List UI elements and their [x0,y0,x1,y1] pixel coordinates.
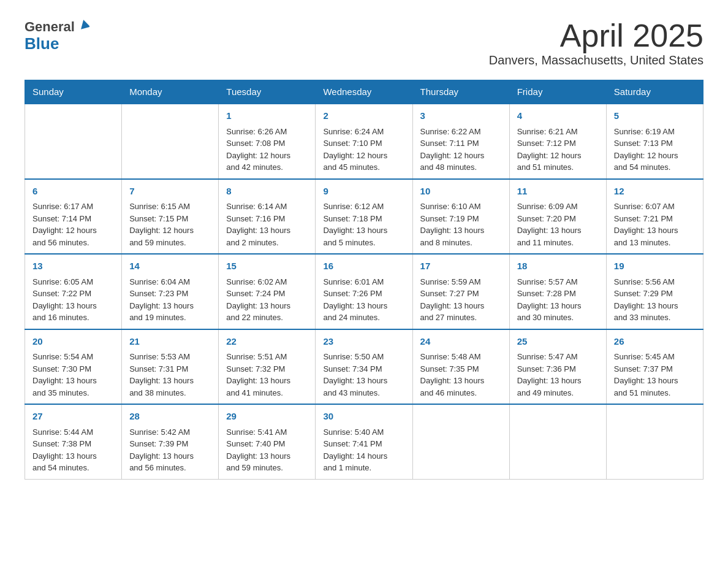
logo-general-text: General [25,20,75,34]
day-header-tuesday: Tuesday [219,80,316,104]
calendar-cell: 13Sunrise: 6:05 AM Sunset: 7:22 PM Dayli… [25,254,122,329]
day-number: 27 [32,410,114,424]
calendar-cell: 27Sunrise: 5:44 AM Sunset: 7:38 PM Dayli… [25,404,122,479]
day-info: Sunrise: 6:02 AM Sunset: 7:24 PM Dayligh… [226,276,308,324]
calendar-week-3: 13Sunrise: 6:05 AM Sunset: 7:22 PM Dayli… [25,254,703,329]
calendar-cell: 6Sunrise: 6:17 AM Sunset: 7:14 PM Daylig… [25,179,122,255]
day-number: 3 [420,109,502,123]
calendar-cell: 30Sunrise: 5:40 AM Sunset: 7:41 PM Dayli… [316,404,412,479]
calendar-cell: 24Sunrise: 5:48 AM Sunset: 7:35 PM Dayli… [412,329,509,405]
calendar-title: April 2025 [489,18,703,53]
day-number: 14 [129,259,211,274]
day-number: 11 [517,185,599,199]
day-info: Sunrise: 6:21 AM Sunset: 7:12 PM Dayligh… [517,126,599,174]
day-number: 7 [129,185,211,199]
day-info: Sunrise: 5:41 AM Sunset: 7:40 PM Dayligh… [226,426,308,474]
day-info: Sunrise: 6:05 AM Sunset: 7:22 PM Dayligh… [32,276,114,324]
day-info: Sunrise: 6:15 AM Sunset: 7:15 PM Dayligh… [129,201,211,248]
calendar-week-2: 6Sunrise: 6:17 AM Sunset: 7:14 PM Daylig… [25,179,703,255]
calendar-cell: 8Sunrise: 6:14 AM Sunset: 7:16 PM Daylig… [219,179,316,255]
day-number: 17 [420,259,502,274]
day-info: Sunrise: 6:10 AM Sunset: 7:19 PM Dayligh… [420,201,502,248]
calendar-cell: 4Sunrise: 6:21 AM Sunset: 7:12 PM Daylig… [509,104,606,179]
day-header-saturday: Saturday [606,80,703,104]
day-number: 26 [614,335,696,349]
day-info: Sunrise: 6:26 AM Sunset: 7:08 PM Dayligh… [226,126,308,174]
svg-marker-0 [78,18,89,29]
day-number: 13 [32,259,114,274]
day-header-monday: Monday [122,80,219,104]
calendar-cell: 17Sunrise: 5:59 AM Sunset: 7:27 PM Dayli… [412,254,509,329]
day-headers-row: SundayMondayTuesdayWednesdayThursdayFrid… [25,80,703,104]
day-header-friday: Friday [509,80,606,104]
day-info: Sunrise: 6:14 AM Sunset: 7:16 PM Dayligh… [226,201,308,248]
calendar-cell: 19Sunrise: 5:56 AM Sunset: 7:29 PM Dayli… [606,254,703,329]
calendar-cell [606,404,703,479]
page-header: General Blue April 2025 Danvers, Massach… [25,18,703,67]
day-info: Sunrise: 6:17 AM Sunset: 7:14 PM Dayligh… [32,201,114,248]
day-info: Sunrise: 6:24 AM Sunset: 7:10 PM Dayligh… [323,126,404,174]
logo: General Blue [25,18,89,53]
calendar-week-5: 27Sunrise: 5:44 AM Sunset: 7:38 PM Dayli… [25,404,703,479]
calendar-cell [509,404,606,479]
calendar-cell: 14Sunrise: 6:04 AM Sunset: 7:23 PM Dayli… [122,254,219,329]
day-info: Sunrise: 5:40 AM Sunset: 7:41 PM Dayligh… [323,426,404,474]
calendar-cell: 9Sunrise: 6:12 AM Sunset: 7:18 PM Daylig… [316,179,412,255]
day-info: Sunrise: 5:45 AM Sunset: 7:37 PM Dayligh… [614,351,696,399]
day-info: Sunrise: 5:59 AM Sunset: 7:27 PM Dayligh… [420,276,502,324]
day-info: Sunrise: 5:48 AM Sunset: 7:35 PM Dayligh… [420,351,502,399]
day-number: 9 [323,185,404,199]
calendar-cell: 16Sunrise: 6:01 AM Sunset: 7:26 PM Dayli… [316,254,412,329]
day-number: 15 [226,259,308,274]
day-number: 19 [614,259,696,274]
calendar-cell [25,104,122,179]
day-number: 23 [323,335,404,349]
day-number: 28 [129,410,211,424]
day-info: Sunrise: 6:04 AM Sunset: 7:23 PM Dayligh… [129,276,211,324]
calendar-cell [412,404,509,479]
day-number: 25 [517,335,599,349]
calendar-cell [122,104,219,179]
calendar-header: SundayMondayTuesdayWednesdayThursdayFrid… [25,80,703,104]
calendar-cell: 25Sunrise: 5:47 AM Sunset: 7:36 PM Dayli… [509,329,606,405]
day-number: 18 [517,259,599,274]
calendar-cell: 7Sunrise: 6:15 AM Sunset: 7:15 PM Daylig… [122,179,219,255]
day-number: 20 [32,335,114,349]
day-info: Sunrise: 6:19 AM Sunset: 7:13 PM Dayligh… [614,126,696,174]
day-header-wednesday: Wednesday [316,80,412,104]
title-block: April 2025 Danvers, Massachusetts, Unite… [489,18,703,67]
day-info: Sunrise: 5:56 AM Sunset: 7:29 PM Dayligh… [614,276,696,324]
calendar-cell: 11Sunrise: 6:09 AM Sunset: 7:20 PM Dayli… [509,179,606,255]
calendar-cell: 23Sunrise: 5:50 AM Sunset: 7:34 PM Dayli… [316,329,412,405]
calendar-subtitle: Danvers, Massachusetts, United States [489,53,703,67]
day-info: Sunrise: 5:42 AM Sunset: 7:39 PM Dayligh… [129,426,211,474]
day-number: 4 [517,109,599,123]
calendar-cell: 5Sunrise: 6:19 AM Sunset: 7:13 PM Daylig… [606,104,703,179]
calendar-cell: 22Sunrise: 5:51 AM Sunset: 7:32 PM Dayli… [219,329,316,405]
day-info: Sunrise: 5:50 AM Sunset: 7:34 PM Dayligh… [323,351,404,399]
calendar-table: SundayMondayTuesdayWednesdayThursdayFrid… [25,80,703,480]
day-number: 30 [323,410,404,424]
calendar-cell: 29Sunrise: 5:41 AM Sunset: 7:40 PM Dayli… [219,404,316,479]
day-number: 8 [226,185,308,199]
calendar-cell: 20Sunrise: 5:54 AM Sunset: 7:30 PM Dayli… [25,329,122,405]
day-number: 2 [323,109,404,123]
day-info: Sunrise: 5:44 AM Sunset: 7:38 PM Dayligh… [32,426,114,474]
calendar-body: 1Sunrise: 6:26 AM Sunset: 7:08 PM Daylig… [25,104,703,479]
day-number: 12 [614,185,696,199]
day-info: Sunrise: 5:57 AM Sunset: 7:28 PM Dayligh… [517,276,599,324]
day-number: 24 [420,335,502,349]
day-info: Sunrise: 5:53 AM Sunset: 7:31 PM Dayligh… [129,351,211,399]
calendar-cell: 2Sunrise: 6:24 AM Sunset: 7:10 PM Daylig… [316,104,412,179]
logo-blue-text: Blue [25,34,59,53]
day-number: 29 [226,410,308,424]
day-number: 10 [420,185,502,199]
day-info: Sunrise: 6:12 AM Sunset: 7:18 PM Dayligh… [323,201,404,248]
calendar-cell: 1Sunrise: 6:26 AM Sunset: 7:08 PM Daylig… [219,104,316,179]
day-info: Sunrise: 5:54 AM Sunset: 7:30 PM Dayligh… [32,351,114,399]
day-info: Sunrise: 6:07 AM Sunset: 7:21 PM Dayligh… [614,201,696,248]
day-number: 16 [323,259,404,274]
day-info: Sunrise: 6:09 AM Sunset: 7:20 PM Dayligh… [517,201,599,248]
day-number: 22 [226,335,308,349]
day-number: 1 [226,109,308,123]
